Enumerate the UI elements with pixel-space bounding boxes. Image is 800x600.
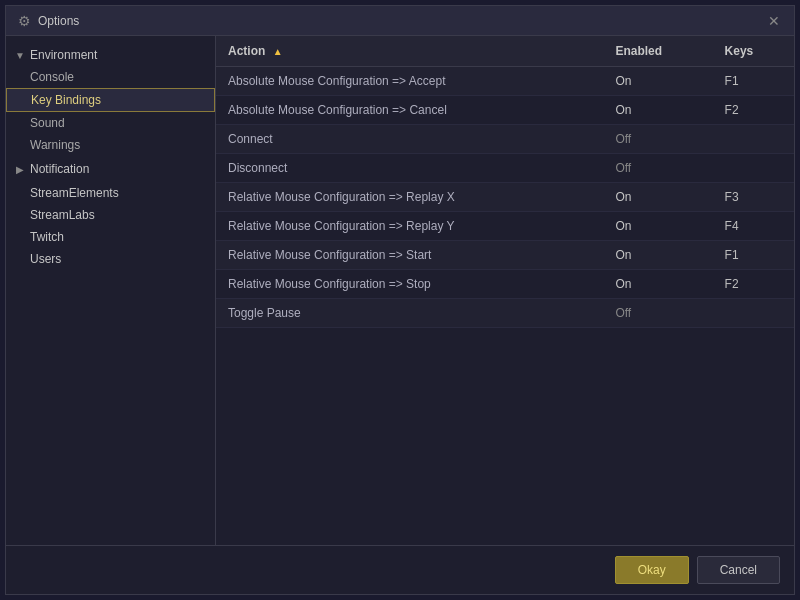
content-area: ▼ Environment Console Key Bindings Sound… xyxy=(6,36,794,545)
sidebar-item-key-bindings[interactable]: Key Bindings xyxy=(6,88,215,112)
cell-action: Absolute Mouse Configuration => Accept xyxy=(216,67,603,96)
footer: Okay Cancel xyxy=(6,545,794,594)
column-header-enabled: Enabled xyxy=(603,36,712,67)
cell-action: Relative Mouse Configuration => Replay X xyxy=(216,183,603,212)
sidebar-group-environment[interactable]: ▼ Environment xyxy=(6,44,215,66)
sidebar-item-sound-label: Sound xyxy=(30,116,65,130)
dialog-title: Options xyxy=(38,14,764,28)
column-header-action[interactable]: Action ▲ xyxy=(216,36,603,67)
sidebar-item-users-label: Users xyxy=(30,252,61,266)
cell-action: Toggle Pause xyxy=(216,299,603,328)
keybindings-table: Action ▲ Enabled Keys Absolute Mouse Con… xyxy=(216,36,794,328)
cell-action: Relative Mouse Configuration => Stop xyxy=(216,270,603,299)
column-header-keys: Keys xyxy=(713,36,794,67)
table-row[interactable]: ConnectOff xyxy=(216,125,794,154)
sort-arrow-icon: ▲ xyxy=(273,46,283,57)
sidebar: ▼ Environment Console Key Bindings Sound… xyxy=(6,36,216,545)
sidebar-item-warnings-label: Warnings xyxy=(30,138,80,152)
cell-action: Relative Mouse Configuration => Replay Y xyxy=(216,212,603,241)
table-row[interactable]: Relative Mouse Configuration => Replay X… xyxy=(216,183,794,212)
sidebar-item-key-bindings-label: Key Bindings xyxy=(31,93,101,107)
table-row[interactable]: Relative Mouse Configuration => StopOnF2 xyxy=(216,270,794,299)
cell-action: Relative Mouse Configuration => Start xyxy=(216,241,603,270)
sidebar-item-streamlabs[interactable]: StreamLabs xyxy=(6,204,215,226)
cell-keys: F4 xyxy=(713,212,794,241)
cell-action: Disconnect xyxy=(216,154,603,183)
sidebar-section-environment: ▼ Environment Console Key Bindings Sound… xyxy=(6,44,215,156)
cell-enabled: On xyxy=(603,96,712,125)
cell-keys: F2 xyxy=(713,270,794,299)
sidebar-item-stream-elements-label: StreamElements xyxy=(30,186,119,200)
sidebar-group-notification[interactable]: ▶ Notification xyxy=(6,158,215,180)
chevron-right-icon: ▶ xyxy=(14,163,26,175)
chevron-down-icon: ▼ xyxy=(14,49,26,61)
sidebar-section-notification: ▶ Notification xyxy=(6,158,215,180)
sidebar-item-streamlabs-label: StreamLabs xyxy=(30,208,95,222)
table-row[interactable]: Absolute Mouse Configuration => CancelOn… xyxy=(216,96,794,125)
cell-keys: F1 xyxy=(713,241,794,270)
cell-enabled: Off xyxy=(603,125,712,154)
cell-enabled: On xyxy=(603,212,712,241)
cell-enabled: On xyxy=(603,241,712,270)
cell-keys: F2 xyxy=(713,96,794,125)
table-row[interactable]: Toggle PauseOff xyxy=(216,299,794,328)
table-row[interactable]: Relative Mouse Configuration => Replay Y… xyxy=(216,212,794,241)
sidebar-item-twitch[interactable]: Twitch xyxy=(6,226,215,248)
title-bar: ⚙ Options ✕ xyxy=(6,6,794,36)
close-button[interactable]: ✕ xyxy=(764,11,784,31)
cell-enabled: Off xyxy=(603,299,712,328)
table-row[interactable]: Relative Mouse Configuration => StartOnF… xyxy=(216,241,794,270)
cell-action: Connect xyxy=(216,125,603,154)
sidebar-item-warnings[interactable]: Warnings xyxy=(6,134,215,156)
sidebar-item-users[interactable]: Users xyxy=(6,248,215,270)
cell-keys xyxy=(713,125,794,154)
dialog-icon: ⚙ xyxy=(16,13,32,29)
sidebar-item-console[interactable]: Console xyxy=(6,66,215,88)
cell-enabled: On xyxy=(603,183,712,212)
cancel-button[interactable]: Cancel xyxy=(697,556,780,584)
table-row[interactable]: Absolute Mouse Configuration => AcceptOn… xyxy=(216,67,794,96)
cell-enabled: On xyxy=(603,67,712,96)
table-container: Action ▲ Enabled Keys Absolute Mouse Con… xyxy=(216,36,794,545)
cell-action: Absolute Mouse Configuration => Cancel xyxy=(216,96,603,125)
sidebar-item-sound[interactable]: Sound xyxy=(6,112,215,134)
table-row[interactable]: DisconnectOff xyxy=(216,154,794,183)
sidebar-group-notification-label: Notification xyxy=(30,162,89,176)
cell-keys: F1 xyxy=(713,67,794,96)
cell-enabled: On xyxy=(603,270,712,299)
sidebar-group-environment-label: Environment xyxy=(30,48,97,62)
cell-keys xyxy=(713,299,794,328)
options-dialog: ⚙ Options ✕ ▼ Environment Console Key Bi… xyxy=(5,5,795,595)
cell-enabled: Off xyxy=(603,154,712,183)
cell-keys xyxy=(713,154,794,183)
sidebar-item-stream-elements[interactable]: StreamElements xyxy=(6,182,215,204)
sidebar-item-twitch-label: Twitch xyxy=(30,230,64,244)
cell-keys: F3 xyxy=(713,183,794,212)
okay-button[interactable]: Okay xyxy=(615,556,689,584)
sidebar-item-console-label: Console xyxy=(30,70,74,84)
main-panel: Action ▲ Enabled Keys Absolute Mouse Con… xyxy=(216,36,794,545)
